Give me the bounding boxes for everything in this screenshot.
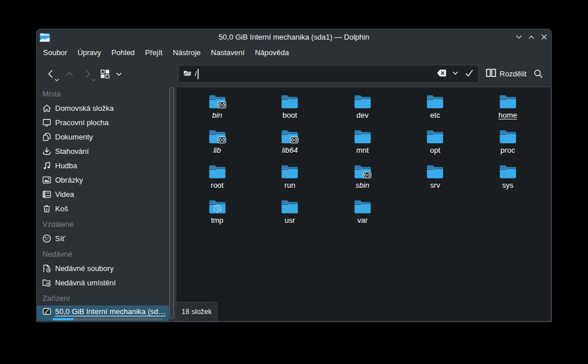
split-view-label: Rozdělit [500,69,527,78]
folder-label: tmp [211,216,223,224]
folder-bin[interactable]: bin [181,94,254,129]
capacity-bar [53,318,163,320]
folder-boot[interactable]: boot [254,94,327,129]
view-mode-button[interactable] [97,64,113,84]
capacity-bar-fill [53,318,74,320]
folder-lib[interactable]: lib [181,129,254,164]
folder-dev[interactable]: dev [326,94,399,129]
places-scrollbar[interactable] [169,87,174,319]
folder-open-icon [183,69,192,79]
folder-icon [426,129,444,144]
back-history-arrow-icon [55,79,59,82]
places-item-desktop[interactable]: Pracovní plocha [37,115,176,130]
minimize-button[interactable] [512,31,525,44]
places-item-label: Hudba [55,161,77,170]
folder-icon [499,94,517,109]
folder-symlink-icon [208,94,226,109]
up-button[interactable] [60,64,78,84]
folder-symlink-icon [354,164,372,179]
places-item-home[interactable]: Domovská složka [37,101,176,115]
forward-button[interactable] [78,64,97,84]
folder-var[interactable]: var [326,199,399,234]
accept-location-button[interactable] [465,68,474,79]
menu-nastroje[interactable]: Nástroje [168,45,206,61]
folder-lib64[interactable]: lib64 [254,129,327,164]
back-button[interactable] [41,64,60,84]
documents-icon [42,132,52,142]
places-item-recent-files[interactable]: Nedávné soubory [37,261,176,276]
folder-run[interactable]: run [254,164,327,199]
places-item-network[interactable]: Síť [37,231,176,246]
folder-label: usr [285,216,295,224]
folder-tmp[interactable]: tmp [181,199,254,234]
places-item-label: 50,0 GiB Interní mechanika (sd… [55,307,165,316]
menu-napoveda[interactable]: Nápověda [250,45,294,61]
folder-opt[interactable]: opt [399,129,472,164]
menu-soubor[interactable]: Soubor [38,45,72,61]
places-item-documents[interactable]: Dokumenty [37,130,176,144]
places-item-trash[interactable]: Koš [37,202,176,216]
dolphin-window: 50,0 GiB Interní mechanika (sda1) — Dolp… [36,29,552,322]
view-mode-dropdown[interactable] [113,64,125,84]
places-item-label: Stahování [55,147,89,156]
folder-view[interactable]: binbootdevetchomeliblib64mntoptprocrootr… [176,87,551,322]
menu-nastaveni[interactable]: Nastavení [206,45,250,61]
places-item-download[interactable]: Stahování [37,144,176,158]
split-view-button[interactable]: Rozdělit [486,68,527,80]
folder-usr[interactable]: usr [254,199,327,234]
toolbar: / Rozdělit [37,61,551,87]
network-icon [42,234,52,243]
desktop-background: 50,0 GiB Interní mechanika (sda1) — Dolp… [0,0,588,364]
folder-label: sys [502,181,514,189]
folder-sys[interactable]: sys [471,164,544,199]
menu-prejit[interactable]: Přejít [140,45,168,61]
trash-icon [42,204,52,214]
window-content: MístaDomovská složkaPracovní plochaDokum… [37,87,551,322]
places-item-label: Koš [55,204,68,213]
places-item-label: Domovská složka [55,104,114,113]
location-path[interactable]: / [195,69,197,78]
folder-proc[interactable]: proc [471,129,544,164]
folder-sbin[interactable]: sbin [326,164,399,199]
folder-label: boot [283,111,297,119]
places-item-music[interactable]: Hudba [37,158,176,173]
folder-icon [208,164,226,179]
places-item-harddisk[interactable]: 50,0 GiB Interní mechanika (sd… [37,305,169,321]
search-button[interactable] [533,69,543,79]
titlebar[interactable]: 50,0 GiB Interní mechanika (sda1) — Dolp… [37,29,551,45]
places-section-title: Nedávné [37,247,176,261]
places-section-title: Zařízení [37,291,176,305]
clear-text-button[interactable] [436,69,447,79]
dolphin-app-icon [40,32,50,42]
folder-icon [354,129,372,144]
harddisk-icon [42,307,52,316]
status-bar: 18 složek [176,302,218,321]
recent-files-icon [42,264,52,273]
maximize-button[interactable] [525,31,537,44]
folder-icon [426,94,444,109]
folder-label: lib [214,146,221,154]
folder-etc[interactable]: etc [399,94,472,129]
close-button[interactable] [537,31,550,44]
folder-label: bin [212,111,222,119]
places-item-videos[interactable]: Videa [37,187,176,202]
folder-icon [354,94,372,109]
location-bar[interactable]: / [178,65,479,83]
window-title: 50,0 GiB Interní mechanika (sda1) — Dolp… [37,33,551,41]
folder-icon [426,164,444,179]
download-icon [42,146,52,156]
places-item-images[interactable]: Obrázky [37,173,176,187]
folder-mnt[interactable]: mnt [326,129,399,164]
desktop-icon [42,118,52,127]
places-item-recent-locations[interactable]: Nedávná umístění [37,276,176,290]
folder-home[interactable]: home [471,94,544,129]
menu-upravy[interactable]: Úpravy [72,45,106,61]
status-text: 18 složek [181,308,212,316]
folder-label: srv [430,181,440,189]
folder-root[interactable]: root [181,164,254,199]
location-dropdown-button[interactable] [452,69,459,78]
folder-label: opt [430,146,440,154]
folder-srv[interactable]: srv [399,164,472,199]
folder-label: lib64 [282,146,297,154]
menu-pohled[interactable]: Pohled [106,45,140,61]
